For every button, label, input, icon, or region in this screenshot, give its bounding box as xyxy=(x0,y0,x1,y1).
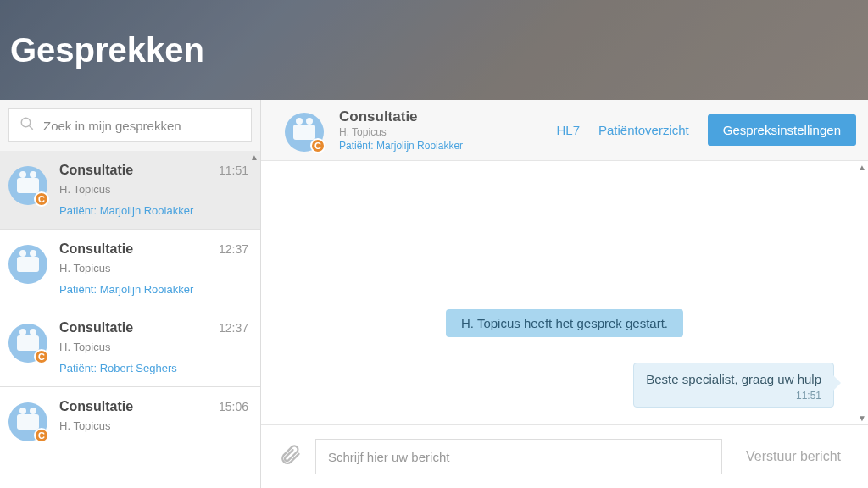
system-message: H. Topicus heeft het gesprek gestart. xyxy=(446,309,683,337)
chat-title: Consultatie xyxy=(339,108,556,125)
conversation-body: Consultatie 12:37 H. Topicus Patiënt: Ma… xyxy=(59,241,248,296)
badge-c-icon: C xyxy=(34,191,49,207)
conversation-subtitle: H. Topicus xyxy=(59,341,248,353)
search-box[interactable] xyxy=(8,108,252,142)
chat-compose: Verstuur bericht xyxy=(261,424,868,488)
avatar: C xyxy=(8,324,47,363)
conversation-settings-button[interactable]: Gespreksinstellingen xyxy=(708,114,856,146)
conversation-title: Consultatie xyxy=(59,399,133,414)
message-time: 11:51 xyxy=(646,390,821,402)
avatar xyxy=(8,245,47,284)
user-message: Beste specialist, graag uw hulp 11:51 xyxy=(633,363,834,408)
patient-overview-link[interactable]: Patiëntoverzicht xyxy=(598,123,689,137)
conversation-item[interactable]: C Consultatie 12:37 H. Topicus Patiënt: … xyxy=(0,308,260,387)
conversation-patient: Patiënt: Marjolijn Rooiakker xyxy=(59,204,248,217)
hl7-link[interactable]: HL7 xyxy=(556,123,580,137)
conversation-item[interactable]: C Consultatie 11:51 H. Topicus Patiënt: … xyxy=(0,151,260,230)
chat-messages[interactable]: ▲ H. Topicus heeft het gesprek gestart. … xyxy=(261,161,868,424)
conversation-time: 11:51 xyxy=(219,164,248,177)
chat-header-info: Consultatie H. Topicus Patiënt: Marjolij… xyxy=(339,108,556,152)
conversation-title: Consultatie xyxy=(59,241,133,257)
scroll-up-icon: ▲ xyxy=(858,163,866,172)
avatar: C xyxy=(8,402,47,441)
paperclip-icon[interactable] xyxy=(278,443,302,470)
send-button[interactable]: Verstuur bericht xyxy=(736,442,851,471)
conversation-patient: Patiënt: Robert Seghers xyxy=(59,362,248,374)
search-input[interactable] xyxy=(43,119,241,133)
conversation-time: 12:37 xyxy=(219,321,248,335)
chat-header: C Consultatie H. Topicus Patiënt: Marjol… xyxy=(261,100,868,161)
badge-c-icon: C xyxy=(34,349,49,364)
message-input[interactable] xyxy=(315,439,722,474)
conversation-list[interactable]: ▲ C Consultatie 11:51 H. Topicus Patiënt… xyxy=(0,151,260,488)
message-text: Beste specialist, graag uw hulp xyxy=(646,372,821,386)
avatar: C xyxy=(8,166,47,205)
conversation-subtitle: H. Topicus xyxy=(59,262,248,274)
chat-header-actions: HL7 Patiëntoverzicht Gespreksinstellinge… xyxy=(556,114,856,146)
search-icon xyxy=(19,116,35,135)
avatar: C xyxy=(285,113,324,152)
svg-point-0 xyxy=(21,118,31,127)
conversation-title: Consultatie xyxy=(59,163,133,178)
main-area: ▲ C Consultatie 11:51 H. Topicus Patiënt… xyxy=(0,100,868,488)
conversation-time: 15:06 xyxy=(219,400,248,413)
conversation-time: 12:37 xyxy=(219,242,248,256)
conversation-item[interactable]: C Consultatie 15:06 H. Topicus xyxy=(0,387,260,453)
search-wrap xyxy=(0,100,260,151)
header-banner: Gesprekken xyxy=(0,0,868,100)
page-title: Gesprekken xyxy=(10,31,204,69)
chat-subtitle: H. Topicus xyxy=(339,126,556,138)
conversation-title: Consultatie xyxy=(59,320,133,336)
conversation-patient: Patiënt: Marjolijn Rooiakker xyxy=(59,283,248,296)
scroll-down-icon: ▼ xyxy=(858,413,866,423)
scroll-up-icon: ▲ xyxy=(250,152,259,162)
conversation-subtitle: H. Topicus xyxy=(59,419,248,432)
conversation-body: Consultatie 12:37 H. Topicus Patiënt: Ro… xyxy=(59,320,248,374)
conversation-subtitle: H. Topicus xyxy=(59,183,248,196)
badge-c-icon: C xyxy=(310,138,326,153)
conversation-body: Consultatie 15:06 H. Topicus xyxy=(59,399,248,441)
badge-c-icon: C xyxy=(34,428,49,443)
chat-pane: C Consultatie H. Topicus Patiënt: Marjol… xyxy=(261,100,868,488)
svg-line-1 xyxy=(29,125,33,130)
conversation-body: Consultatie 11:51 H. Topicus Patiënt: Ma… xyxy=(59,163,248,217)
sidebar: ▲ C Consultatie 11:51 H. Topicus Patiënt… xyxy=(0,100,261,488)
chat-patient: Patiënt: Marjolijn Rooiakker xyxy=(339,140,556,152)
conversation-item[interactable]: Consultatie 12:37 H. Topicus Patiënt: Ma… xyxy=(0,230,260,308)
